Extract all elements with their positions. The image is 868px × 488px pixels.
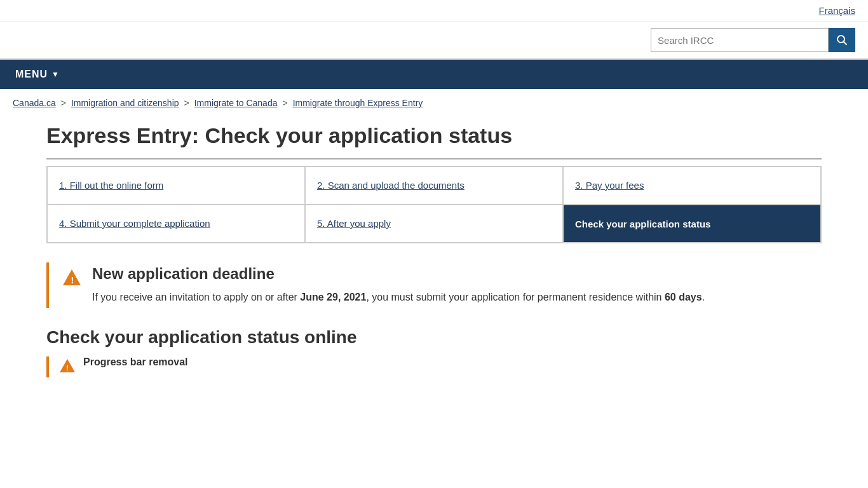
steps-grid: 1. Fill out the online form 2. Scan and … — [46, 166, 822, 243]
step-3-link[interactable]: 3. Pay your fees — [575, 180, 644, 191]
search-row — [0, 22, 868, 60]
alert-text: If you receive an invitation to apply on… — [92, 289, 705, 306]
breadcrumb-sep-2: > — [282, 98, 287, 108]
alert-title: New application deadline — [92, 265, 705, 283]
breadcrumb-sep-0: > — [61, 98, 66, 108]
step-5-link[interactable]: 5. After you apply — [317, 218, 391, 229]
breadcrumb: Canada.ca > Immigration and citizenship … — [0, 89, 868, 117]
step-5[interactable]: 5. After you apply — [305, 205, 563, 243]
sub-alert: ! Progress bar removal — [46, 356, 822, 377]
section-title: Check your application status online — [46, 327, 822, 348]
breadcrumb-item-2[interactable]: Immigrate to Canada — [194, 98, 278, 108]
page-title: Express Entry: Check your application st… — [46, 123, 822, 159]
alert-box: ! New application deadline If you receiv… — [46, 262, 822, 308]
svg-text:!: ! — [66, 364, 69, 372]
svg-line-1 — [844, 42, 847, 45]
sub-alert-label: Progress bar removal — [83, 356, 188, 368]
warning-icon: ! — [62, 268, 82, 292]
breadcrumb-sep-1: > — [184, 98, 189, 108]
svg-text:!: ! — [71, 275, 74, 285]
alert-bold-days: 60 days — [665, 292, 702, 302]
search-icon — [836, 34, 848, 46]
step-3[interactable]: 3. Pay your fees — [563, 166, 821, 205]
alert-text-after: . — [702, 292, 705, 302]
breadcrumb-item-1[interactable]: Immigration and citizenship — [71, 98, 179, 108]
menu-button[interactable]: MENU ▼ — [0, 60, 75, 89]
step-active-label: Check your application status — [575, 219, 710, 229]
step-4-link[interactable]: 4. Submit your complete application — [59, 218, 210, 229]
step-1[interactable]: 1. Fill out the online form — [47, 166, 305, 205]
search-input[interactable] — [651, 28, 829, 52]
step-4[interactable]: 4. Submit your complete application — [47, 205, 305, 243]
alert-text-before: If you receive an invitation to apply on… — [92, 292, 300, 302]
main-content: Express Entry: Check your application st… — [34, 117, 834, 403]
breadcrumb-item-0[interactable]: Canada.ca — [13, 98, 56, 108]
chevron-down-icon: ▼ — [51, 70, 60, 79]
step-active[interactable]: Check your application status — [563, 205, 821, 243]
alert-content: New application deadline If you receive … — [92, 265, 705, 306]
menu-bar: MENU ▼ — [0, 60, 868, 89]
step-2[interactable]: 2. Scan and upload the documents — [305, 166, 563, 205]
alert-bold-date: June 29, 2021 — [300, 292, 366, 302]
language-toggle[interactable]: Français — [818, 5, 855, 16]
step-1-link[interactable]: 1. Fill out the online form — [59, 180, 163, 191]
menu-label: MENU — [15, 69, 48, 80]
search-button[interactable] — [829, 28, 855, 52]
step-2-link[interactable]: 2. Scan and upload the documents — [317, 180, 465, 191]
breadcrumb-item-3[interactable]: Immigrate through Express Entry — [293, 98, 423, 108]
sub-warning-icon: ! — [59, 358, 76, 377]
alert-text-middle: , you must submit your application for p… — [366, 292, 665, 302]
top-bar: Français — [0, 0, 868, 22]
